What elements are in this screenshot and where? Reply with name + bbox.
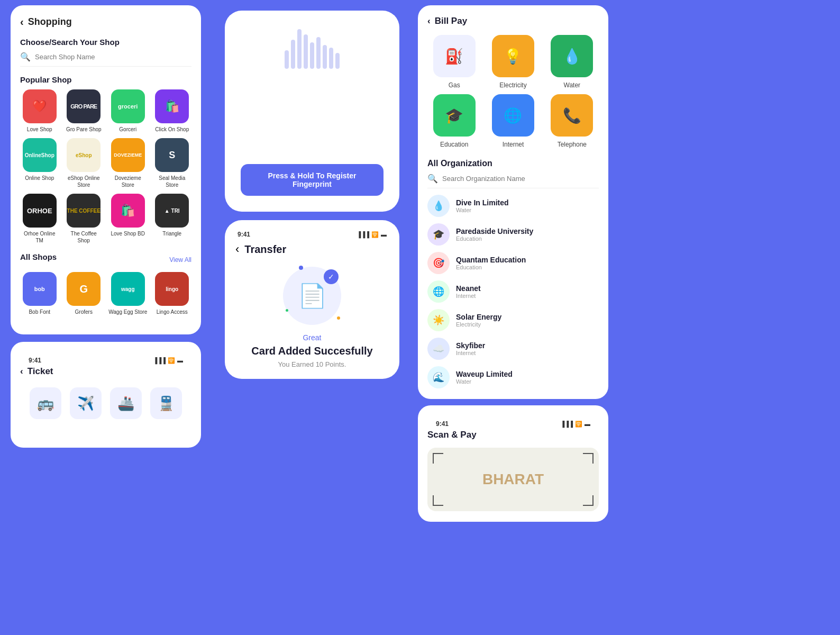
list-item[interactable]: ☁️ Skyfiber Internet xyxy=(427,338,599,360)
shop-search-input[interactable] xyxy=(35,53,191,61)
list-item[interactable]: 💧 Dive In Limited Water xyxy=(427,195,599,217)
list-item[interactable]: 🎯 Quantam Education Education xyxy=(427,252,599,274)
org-info: Paredaside University Education xyxy=(456,227,533,242)
list-item[interactable]: groceri Gorceri xyxy=(108,89,148,133)
love-shop-icon: ❤️ xyxy=(23,89,57,123)
list-item[interactable]: G Grofers xyxy=(65,272,104,315)
ticket-nav[interactable]: ‹ Ticket xyxy=(20,366,191,377)
view-all-link[interactable]: View All xyxy=(169,256,191,264)
shop-label: Seal Media Store xyxy=(153,175,192,188)
shop-label: Love Shop xyxy=(27,126,52,133)
list-item[interactable]: ORHOE Orhoe Online TM xyxy=(20,194,59,244)
shop-label: Triangle xyxy=(162,230,181,237)
org-search-bar[interactable]: 🔍 xyxy=(427,174,599,188)
ship-ticket-icon[interactable]: 🚢 xyxy=(110,387,142,419)
org-name: Paredaside University xyxy=(456,227,533,235)
transfer-time: 9:41 xyxy=(238,231,250,238)
scan-corner-tl xyxy=(433,453,443,464)
fingerprint-waves xyxy=(285,26,340,69)
list-item[interactable]: 🛍️ Click On Shop xyxy=(153,89,192,133)
org-type: Education xyxy=(456,235,533,242)
list-item[interactable]: 🛍️ Love Shop BD xyxy=(108,194,148,244)
org-info: Skyfiber Internet xyxy=(456,341,485,356)
list-item[interactable]: DOVEZIEME Dovezieme Store xyxy=(108,138,148,188)
org-info: Waveup Limited Water xyxy=(456,370,513,385)
battery-icon: ▬ xyxy=(381,231,387,238)
shop-label: Online Shop xyxy=(25,175,54,182)
orhoe-icon: ORHOE xyxy=(23,194,57,228)
signal-icon: ▐▐▐ xyxy=(357,231,369,238)
list-item[interactable]: S Seal Media Store xyxy=(153,138,192,188)
list-item[interactable]: 🌊 Waveup Limited Water xyxy=(427,366,599,388)
check-badge: ✓ xyxy=(324,269,339,284)
education-label: Education xyxy=(440,141,468,148)
scan-time: 9:41 xyxy=(436,420,449,428)
billpay-back-icon[interactable]: ‹ xyxy=(427,16,431,26)
shopping-panel: ‹ Shopping Choose/Search Your Shop 🔍 Pop… xyxy=(0,0,212,635)
bill-cat-electricity[interactable]: 💡 Electricity xyxy=(486,35,540,89)
bill-cat-gas[interactable]: ⛽ Gas xyxy=(427,35,481,89)
wave-bar xyxy=(297,29,302,69)
org-list: 💧 Dive In Limited Water 🎓 Paredaside Uni… xyxy=(427,195,599,388)
list-item[interactable]: 🌐 Neanet Internet xyxy=(427,280,599,303)
list-item[interactable]: wagg Wagg Egg Store xyxy=(108,272,148,315)
internet-label: Internet xyxy=(503,141,524,148)
list-item[interactable]: ❤️ Love Shop xyxy=(20,89,59,133)
list-item[interactable]: lingo Lingo Access xyxy=(153,272,192,315)
list-item[interactable]: eShop eShop Online Store xyxy=(65,138,104,188)
scan-status-icons: ▐▐▐ 🛜 ▬ xyxy=(561,421,590,428)
list-item[interactable]: GRO PARE Gro Pare Shop xyxy=(65,89,104,133)
ticket-time: 9:41 xyxy=(29,357,41,364)
fingerprint-button[interactable]: Press & Hold To Register Fingerprint xyxy=(241,164,384,196)
wave-bar xyxy=(323,45,327,69)
bill-cat-telephone[interactable]: 📞 Telephone xyxy=(545,94,599,148)
billpay-card: ‹ Bill Pay ⛽ Gas 💡 Electricity 💧 Water 🎓 xyxy=(418,5,608,399)
bill-cat-education[interactable]: 🎓 Education xyxy=(427,94,481,148)
billpay-panel: ‹ Bill Pay ⛽ Gas 💡 Electricity 💧 Water 🎓 xyxy=(413,0,614,635)
bill-cat-internet[interactable]: 🌐 Internet xyxy=(486,94,540,148)
gas-icon: ⛽ xyxy=(433,35,476,77)
ticket-icons: 🚌 ✈️ 🚢 🚆 xyxy=(20,387,191,419)
document-icon: 📄 xyxy=(298,282,327,310)
scan-title: Scan & Pay xyxy=(427,430,599,440)
plane-ticket-icon[interactable]: ✈️ xyxy=(70,387,102,419)
scan-corner-tr xyxy=(583,453,594,464)
list-item[interactable]: ☀️ Solar Energy Electricity xyxy=(427,309,599,331)
transfer-back-icon[interactable]: ‹ xyxy=(235,242,239,256)
org-name: Skyfiber xyxy=(456,341,485,350)
list-item[interactable]: 🎓 Paredaside University Education xyxy=(427,223,599,246)
transfer-header: ‹ Transfer xyxy=(235,242,389,256)
org-info: Quantam Education Education xyxy=(456,256,526,270)
train-ticket-icon[interactable]: 🚆 xyxy=(150,387,182,419)
water-icon: 💧 xyxy=(551,35,593,77)
shop-search-bar[interactable]: 🔍 xyxy=(20,52,191,67)
shop-label: Lingo Access xyxy=(157,309,188,315)
org-type: Internet xyxy=(456,293,481,299)
shop-label: Gorceri xyxy=(119,126,136,133)
org-info: Dive In Limited Water xyxy=(456,198,509,213)
list-item[interactable]: OnlineShop Online Shop xyxy=(20,138,59,188)
bill-cat-water[interactable]: 💧 Water xyxy=(545,35,599,89)
list-item[interactable]: ▲ TRI Triangle xyxy=(153,194,192,244)
shopping-nav[interactable]: ‹ Shopping xyxy=(20,16,191,28)
shop-label: Gro Pare Shop xyxy=(66,126,102,133)
shop-label: Love Shop BD xyxy=(111,230,145,237)
all-shops-grid: bob Bob Font G Grofers wagg Wagg Egg Sto… xyxy=(20,272,191,315)
paredaside-avatar: 🎓 xyxy=(427,223,450,246)
battery-icon: ▬ xyxy=(177,357,183,364)
scan-placeholder: BHARAT xyxy=(427,448,599,511)
list-item[interactable]: THE COFFEE The Coffee Shop xyxy=(65,194,104,244)
ticket-back-icon[interactable]: ‹ xyxy=(20,366,23,377)
eshop-icon: eShop xyxy=(67,138,101,172)
billpay-nav: ‹ Bill Pay xyxy=(427,16,599,26)
success-great-label: Great xyxy=(303,333,321,342)
org-search-input[interactable] xyxy=(442,175,599,183)
list-item[interactable]: bob Bob Font xyxy=(20,272,59,315)
back-arrow-icon[interactable]: ‹ xyxy=(20,16,24,28)
transfer-title: Transfer xyxy=(244,243,286,256)
right-spacer xyxy=(614,0,840,635)
search-icon: 🔍 xyxy=(20,52,31,62)
gro-pare-icon: GRO PARE xyxy=(67,89,101,123)
bus-ticket-icon[interactable]: 🚌 xyxy=(30,387,61,419)
telephone-label: Telephone xyxy=(558,141,587,148)
